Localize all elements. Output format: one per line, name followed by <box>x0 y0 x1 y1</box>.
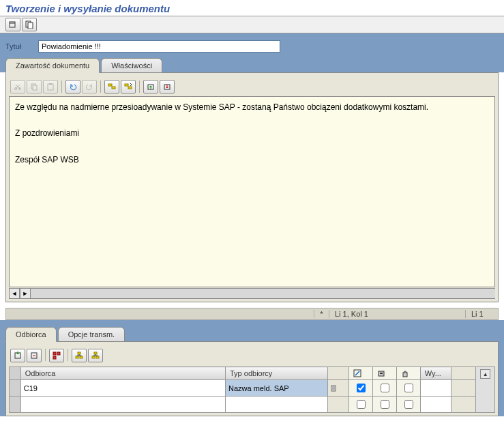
flag2-checkbox[interactable] <box>373 380 397 397</box>
svg-rect-34 <box>96 356 99 358</box>
svg-rect-25 <box>78 352 80 354</box>
flag1-checkbox[interactable] <box>349 380 373 397</box>
lookup-button[interactable] <box>328 380 349 397</box>
recipient-toolbar <box>9 347 495 364</box>
svg-rect-23 <box>57 352 60 355</box>
svg-rect-26 <box>76 356 78 358</box>
flag1-checkbox[interactable] <box>349 397 373 413</box>
col-flag-1[interactable] <box>349 367 373 380</box>
copy-button <box>27 80 42 93</box>
svg-rect-12 <box>125 84 128 86</box>
col-flag-3[interactable] <box>396 367 420 380</box>
svg-rect-32 <box>94 352 97 354</box>
recipient-cell[interactable]: C19 <box>20 380 225 397</box>
flag3-checkbox[interactable] <box>396 380 420 397</box>
send-cell[interactable] <box>420 380 451 397</box>
document-body-editor[interactable]: Ze względu na nadmierne przesioadywanie … <box>9 96 495 287</box>
flag2-checkbox[interactable] <box>373 397 397 413</box>
scroll-track[interactable] <box>31 288 495 299</box>
svg-rect-7 <box>33 85 37 90</box>
line-count: Li 1 <box>465 310 492 318</box>
cut-button <box>10 80 25 93</box>
svg-rect-9 <box>49 83 52 85</box>
row-selector[interactable] <box>10 380 21 397</box>
window-title-bar: Tworzenie i wysyłanie dokumentu <box>0 0 504 16</box>
title-label: Tytuł <box>5 42 33 51</box>
svg-rect-0 <box>10 22 15 27</box>
scroll-right-button[interactable]: ► <box>20 288 31 299</box>
col-recipient[interactable]: Odbiorca <box>20 367 225 380</box>
document-content-panel: Ze względu na nadmierne przesioadywanie … <box>5 72 499 302</box>
col-recipient-type[interactable]: Typ odbiorcy <box>226 367 328 380</box>
recipient-insert-button[interactable] <box>10 349 25 362</box>
cursor-position: Li 1, Kol 1 <box>329 310 465 318</box>
horizontal-scroll: ◄ ► <box>9 288 495 299</box>
page-title: Tworzenie i wysyłanie dokumentu <box>5 3 170 14</box>
svg-rect-3 <box>28 23 33 29</box>
title-input[interactable] <box>38 40 280 53</box>
tree-button-2[interactable] <box>88 349 103 362</box>
recipient-type-cell[interactable]: Nazwa meld. SAP <box>226 380 328 397</box>
table-header-row: Odbiorca Typ odbiorcy Wy... ▲ <box>10 367 495 380</box>
send-cell[interactable] <box>420 397 451 413</box>
tab-transmission-options[interactable]: Opcje transm. <box>58 327 125 341</box>
recipient-panel: Odbiorca Typ odbiorcy Wy... ▲ C19 Nazwa … <box>5 341 499 416</box>
undo-button[interactable] <box>65 80 80 93</box>
upper-tab-strip: Zawartość dokumentu Właściwości <box>0 57 504 72</box>
svg-rect-33 <box>92 356 95 358</box>
col-send[interactable]: Wy... <box>420 367 451 380</box>
svg-rect-10 <box>108 84 112 86</box>
svg-rect-22 <box>53 352 56 355</box>
svg-rect-24 <box>53 356 56 359</box>
recipient-type-cell[interactable] <box>226 397 328 413</box>
tree-button-1[interactable] <box>72 349 87 362</box>
svg-rect-27 <box>80 356 83 358</box>
row-selector[interactable] <box>10 397 21 413</box>
col-flag-2[interactable] <box>373 367 397 380</box>
paste-button <box>43 80 58 93</box>
svg-rect-42 <box>403 373 407 377</box>
distribution-list-button[interactable] <box>49 349 64 362</box>
table-row: C19 Nazwa meld. SAP <box>10 380 495 397</box>
svg-rect-41 <box>380 373 383 374</box>
scroll-left-button[interactable]: ◄ <box>9 288 20 299</box>
svg-rect-11 <box>112 87 115 89</box>
main-toolbar <box>0 16 504 33</box>
modified-indicator: * <box>314 310 329 318</box>
find-next-button[interactable] <box>121 80 136 93</box>
lower-tab-strip: Odbiorca Opcje transm. <box>0 327 504 341</box>
svg-rect-8 <box>48 84 53 90</box>
tab-properties[interactable]: Właściwości <box>101 58 162 72</box>
vertical-scrollbar[interactable]: ▲ <box>476 367 495 413</box>
row-selector-header[interactable] <box>10 367 21 380</box>
svg-rect-13 <box>128 87 132 89</box>
tab-recipient[interactable]: Odbiorca <box>5 327 57 342</box>
download-button[interactable] <box>160 80 175 93</box>
editor-status-bar: * Li 1, Kol 1 Li 1 <box>5 308 499 320</box>
recipient-cell[interactable] <box>20 397 225 413</box>
redo-button <box>82 80 97 93</box>
recipient-delete-button[interactable] <box>27 349 42 362</box>
editor-toolbar <box>9 78 495 95</box>
title-field-row: Tytuł <box>5 40 499 53</box>
table-row <box>10 397 495 413</box>
toolbar-btn-1[interactable] <box>5 18 20 31</box>
flag3-checkbox[interactable] <box>396 397 420 413</box>
upload-button[interactable] <box>143 80 158 93</box>
find-button[interactable] <box>104 80 119 93</box>
toolbar-btn-2[interactable] <box>22 18 37 31</box>
recipient-table: Odbiorca Typ odbiorcy Wy... ▲ C19 Nazwa … <box>9 366 495 413</box>
tab-document-content[interactable]: Zawartość dokumentu <box>5 58 100 73</box>
